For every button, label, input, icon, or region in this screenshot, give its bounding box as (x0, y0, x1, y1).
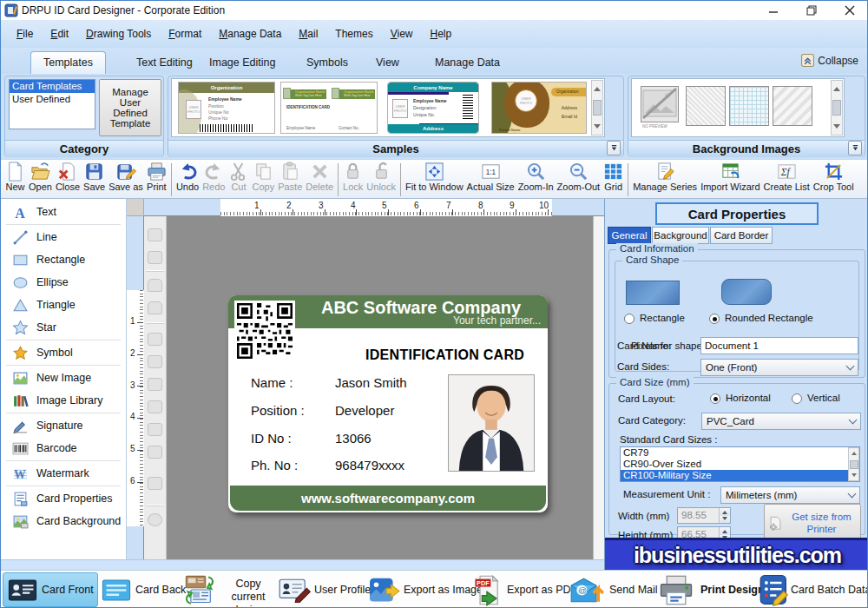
backgrounds-scroll-thumb[interactable] (832, 100, 841, 116)
send-mail-button[interactable]: Send Mail (609, 584, 658, 596)
tab-text-editing[interactable]: Text Editing (136, 56, 193, 69)
menu-file[interactable]: File (8, 24, 42, 43)
tab-background[interactable]: Background (652, 227, 709, 244)
category-item-user-defined[interactable]: User Defined (10, 93, 95, 106)
card-sides-dropdown[interactable]: One (Front) (700, 359, 858, 376)
samples-scrollbar[interactable] (591, 80, 603, 135)
spinner-buttons[interactable] (719, 508, 730, 523)
menu-drawing-tools[interactable]: Drawing Tools (77, 24, 160, 43)
samples-expand-button[interactable] (607, 141, 621, 155)
export-as-pdf-button[interactable]: Export as PDF (507, 584, 577, 596)
card-tagline[interactable]: Your tech partner... (376, 314, 541, 327)
rounded-rectangle-shape-preview[interactable] (721, 279, 772, 305)
align-right-icon[interactable] (148, 378, 162, 391)
horizontal-radio[interactable] (710, 393, 720, 404)
align-bottom-icon[interactable] (148, 446, 162, 459)
sample-template-1[interactable]: Organization USER PHOTO Employee Name Po… (178, 82, 275, 134)
redo-button[interactable]: Redo (201, 162, 227, 192)
canvas-scrollbar[interactable] (593, 216, 604, 559)
manage-series-button[interactable]: Manage Series (631, 162, 699, 192)
backgrounds-expand-button[interactable] (848, 141, 862, 155)
vertical-radio-label[interactable]: Vertical (807, 393, 840, 403)
tab-general[interactable]: General (608, 227, 651, 244)
tool-ellipse[interactable]: Ellipse (1, 271, 126, 294)
user-profile-button[interactable]: User Profile (314, 584, 371, 596)
tool-watermark[interactable]: W Watermark (1, 462, 126, 485)
menu-edit[interactable]: Edit (42, 24, 77, 43)
card-front-label[interactable]: Card Front (42, 584, 94, 596)
magnifier-icon[interactable] (148, 513, 162, 526)
background-thumb-grid[interactable] (729, 86, 769, 126)
align-center-icon[interactable] (148, 355, 162, 368)
field-value[interactable]: 13066 (335, 431, 372, 446)
width-spinner[interactable]: 98.55 (677, 507, 731, 524)
paste-button[interactable]: Paste (276, 162, 304, 192)
background-thumb-weave[interactable] (773, 86, 812, 126)
vertical-radio[interactable] (792, 393, 802, 404)
align-left-icon[interactable] (148, 333, 162, 346)
scroll-down-icon[interactable] (594, 124, 601, 132)
collapse-button[interactable]: Collapse (801, 54, 858, 67)
open-button[interactable]: Open (27, 162, 54, 192)
tool-line[interactable]: Line (1, 226, 126, 248)
samples-scroll-thumb[interactable] (593, 100, 602, 116)
field-value[interactable]: 968479xxxx (335, 458, 404, 473)
print-button[interactable]: Print (145, 162, 168, 192)
actual-size-button[interactable]: 1:1 Actual Size (465, 162, 516, 192)
unlock-object-icon[interactable] (148, 301, 162, 314)
manage-user-defined-template-button[interactable]: Manage User Defined Template (99, 79, 161, 136)
sample-template-4[interactable]: USER PHOTO Organization Address Email Id… (491, 82, 587, 134)
unlock-button[interactable]: Unlock (365, 162, 398, 192)
scroll-up-icon[interactable] (594, 83, 601, 91)
create-list-button[interactable]: Σf Create List (762, 162, 812, 192)
design-canvas[interactable]: 1 2 3 4 5 6 7 8 9 10 1 2 3 4 (127, 199, 604, 559)
size-option-cr79[interactable]: CR79 (621, 447, 859, 459)
tool-image-library[interactable]: Image Library (1, 389, 126, 412)
tool-symbol[interactable]: Symbol (1, 341, 126, 364)
card-heading[interactable]: IDENTIFICATION CARD (365, 347, 524, 363)
rectangle-shape-preview[interactable] (626, 281, 680, 305)
backgrounds-scrollbar[interactable] (831, 80, 843, 135)
tool-card-properties[interactable]: Card Properties (1, 487, 126, 510)
undo-button[interactable]: Undo (174, 162, 201, 192)
sample-template-3[interactable]: Company Name USER PHOTO Employee Name De… (387, 82, 479, 134)
print-design-button[interactable]: Print Design (700, 584, 765, 596)
tool-rectangle[interactable]: Rectangle (1, 248, 126, 271)
field-value[interactable]: Developer (335, 403, 394, 418)
tab-card-border[interactable]: Card Border (710, 227, 773, 244)
rounded-rectangle-radio[interactable] (709, 314, 720, 324)
center-on-card-icon[interactable] (148, 477, 162, 490)
size-option-cr100[interactable]: CR100-Military Size (621, 470, 859, 481)
crop-tool-button[interactable]: Crop Tool (812, 162, 856, 192)
zoom-out-button[interactable]: Zoom-Out (556, 162, 602, 192)
employee-photo[interactable] (448, 374, 535, 472)
card-batch-data-button[interactable]: Card Batch Data (791, 584, 868, 596)
id-card-design[interactable]: ABC Software Company Your tech partner..… (228, 295, 548, 512)
scroll-up-icon[interactable] (852, 449, 857, 455)
card-back-button[interactable]: Card Back (135, 584, 186, 596)
bring-forward-icon[interactable] (148, 228, 162, 241)
card-website-band[interactable]: www.softwarecompany.com (230, 486, 546, 511)
tool-new-image[interactable]: New Image (1, 367, 126, 389)
spin-up-icon[interactable] (722, 527, 727, 533)
rectangle-radio[interactable] (624, 314, 635, 324)
card-name-input[interactable] (700, 337, 858, 354)
menu-manage-data[interactable]: Manage Data (210, 24, 290, 43)
spin-up-icon[interactable] (722, 508, 727, 514)
tab-image-editing[interactable]: Image Editing (209, 56, 275, 69)
card-category-dropdown[interactable]: PVC_Card (701, 413, 861, 430)
measurement-unit-dropdown[interactable]: Milimeters (mm) (720, 486, 860, 504)
field-label[interactable]: Position : (251, 403, 305, 418)
import-wizard-button[interactable]: Import Wizard (699, 162, 761, 192)
save-button[interactable]: Save (82, 162, 107, 192)
menu-themes[interactable]: Themes (326, 24, 381, 43)
maximize-button[interactable] (792, 1, 831, 20)
sizes-scroll-thumb[interactable] (850, 460, 858, 469)
lock-object-icon[interactable] (148, 279, 162, 292)
grid-button[interactable]: Grid (602, 162, 625, 192)
delete-button[interactable]: Delete (304, 162, 335, 192)
save-as-button[interactable]: Save as (107, 162, 145, 192)
tool-signature[interactable]: Signature (1, 414, 126, 437)
rounded-rectangle-radio-label[interactable]: Rounded Rectangle (725, 313, 813, 323)
copy-current-design-button[interactable]: Copy current design (220, 578, 277, 608)
